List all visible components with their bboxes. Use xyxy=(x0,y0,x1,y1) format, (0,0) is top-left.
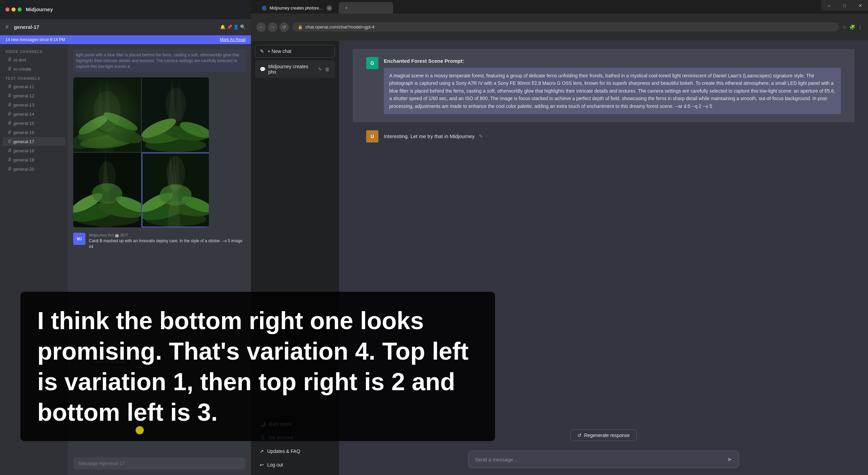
channel-general-20[interactable]: # general-20 xyxy=(3,165,65,173)
messages-area: light panel with a blue filter is placed… xyxy=(68,44,251,452)
channel-general-14[interactable]: # general-14 xyxy=(3,110,65,118)
gpt-avatar: G xyxy=(366,57,378,69)
active-tab[interactable]: 🌀 Midjourney creates photorealis... ✕ xyxy=(256,3,337,14)
window-controls: ─ □ ✕ xyxy=(821,0,868,11)
channel-general-11[interactable]: # general-11 xyxy=(3,82,65,91)
user-message-text: Interesting. Let me try that in Midjourn… xyxy=(384,132,841,140)
tab-close-button[interactable]: ✕ xyxy=(327,5,332,11)
message-item-1: MJ Midjourney Bot 🤖 BOT Cardi B mashed u… xyxy=(73,233,245,249)
forest-image-2 xyxy=(142,77,209,152)
lock-icon: 🔒 xyxy=(298,25,303,30)
hash-icon: # xyxy=(8,83,11,90)
channel-label: general-16 xyxy=(13,130,34,135)
open-in-browser[interactable]: Open in Browser xyxy=(88,357,131,366)
channel-label: general-17 xyxy=(13,139,34,144)
delete-chat-button[interactable]: 🗑 xyxy=(324,66,330,73)
my-account-button[interactable]: 👤 My account xyxy=(255,432,335,444)
regenerate-button[interactable]: ↺ Regenerate response xyxy=(570,430,637,441)
updates-faq-button[interactable]: ↗ Updates & FAQ xyxy=(255,445,335,457)
menu-icon[interactable]: ⋮ xyxy=(858,24,863,30)
sidebar-bottom: 🌙 Dark mode 👤 My account ↗ Updates & FAQ… xyxy=(255,418,335,471)
chat-messages: light panel with a blue filter is placed… xyxy=(68,44,251,475)
highlighted-assistant-text: A magical scene in a mossy temperate for… xyxy=(384,68,841,114)
channel-general-13[interactable]: # general-13 xyxy=(3,100,65,109)
chatgpt-layout: ✎ + New chat 💬 Midjourney creates pho ✎ … xyxy=(251,41,868,475)
channel-label: general-11 xyxy=(13,84,34,89)
max-dot[interactable] xyxy=(18,7,22,12)
chat-history-inner: 💬 Midjourney creates pho xyxy=(260,64,314,75)
moon-icon: 🌙 xyxy=(260,421,265,427)
log-out-button[interactable]: ↩ Log out xyxy=(255,459,335,471)
back-button[interactable]: ← xyxy=(256,22,266,32)
browser-toolbar: ☆ 🧩 ⋮ xyxy=(842,24,863,30)
hash-icon: # xyxy=(8,66,11,72)
channel-general-19[interactable]: # general-19 xyxy=(3,155,65,164)
channel-vc-text[interactable]: # vc-text xyxy=(3,55,65,64)
chat-icon: 💬 xyxy=(260,66,265,72)
discord-titlebar: Midjourney xyxy=(0,0,251,19)
channel-label: vc-text xyxy=(13,57,26,62)
address-bar[interactable]: 🔒 chat.openai.com/chat?model=gpt-4 xyxy=(292,22,839,32)
person-icon: 👤 xyxy=(260,435,265,440)
new-tab-button[interactable]: ＋ xyxy=(339,2,393,14)
discord-content-area: VOICE CHANNELS # vc-text # vc-create TEX… xyxy=(0,44,251,475)
chat-history-item-0[interactable]: 💬 Midjourney creates pho ✎ 🗑 xyxy=(255,60,335,78)
channel-general-17[interactable]: # general-17 xyxy=(3,137,65,146)
new-chat-button[interactable]: ✎ + New chat xyxy=(255,45,335,58)
channel-label: general-19 xyxy=(13,157,34,163)
mark-as-read[interactable]: Mark As Read xyxy=(220,37,245,42)
browser-panel: 🌀 Midjourney creates photorealis... ✕ ＋ … xyxy=(251,0,868,475)
regenerate-bar: ↺ Regenerate response xyxy=(339,427,868,444)
hash-icon: # xyxy=(8,93,11,99)
hash-icon: # xyxy=(8,111,11,117)
browser-chrome: ← → ↺ 🔒 chat.openai.com/chat?model=gpt-4… xyxy=(251,14,868,41)
hash-icon: # xyxy=(8,57,11,63)
logout-icon: ↩ xyxy=(260,462,264,468)
dark-mode-toggle[interactable]: 🌙 Dark mode xyxy=(255,418,335,430)
hash-icon: # xyxy=(8,166,11,172)
chat-input-gpt[interactable]: Send a message... ➤ xyxy=(468,451,739,468)
forest-image-3 xyxy=(73,153,141,227)
forward-button[interactable]: → xyxy=(268,22,277,32)
chat-history-actions: ✎ 🗑 xyxy=(317,66,330,73)
close-dot[interactable] xyxy=(5,7,9,12)
channel-label: general-14 xyxy=(13,112,34,117)
edit-chat-button[interactable]: ✎ xyxy=(317,66,323,73)
reload-button[interactable]: ↺ xyxy=(279,22,289,32)
edit-icon[interactable]: ✎ xyxy=(479,133,483,139)
channel-general-18[interactable]: # general-18 xyxy=(3,146,65,155)
gpt-message-text: Enchanted Forest Scene Prompt: A magical… xyxy=(384,57,841,114)
message-input[interactable] xyxy=(73,457,245,470)
channel-general-15[interactable]: # general-15 xyxy=(3,119,65,128)
link-icon: ↗ xyxy=(260,449,264,454)
channel-label: general-15 xyxy=(13,121,34,126)
hash-icon: # xyxy=(8,102,11,108)
channel-label: general-12 xyxy=(13,93,34,98)
regenerate-label: Regenerate response xyxy=(584,433,630,438)
star-icon[interactable]: ☆ xyxy=(842,24,847,30)
avatar-midjourney: MJ xyxy=(73,233,85,245)
channel-label: general-18 xyxy=(13,148,34,153)
forest-images-container xyxy=(73,77,209,227)
channel-vc-create[interactable]: # vc-create xyxy=(3,64,65,73)
input-placeholder: Send a message... xyxy=(475,457,517,462)
hash-icon: # xyxy=(8,157,11,163)
mouse-cursor xyxy=(136,426,144,434)
maximize-button[interactable]: □ xyxy=(837,0,852,11)
svg-point-29 xyxy=(99,161,116,192)
notification-bar[interactable]: 14 new messages since 6:14 PM Mark As Re… xyxy=(0,35,251,44)
channel-general-12[interactable]: # general-12 xyxy=(3,91,65,100)
plus-icon: ✎ xyxy=(260,49,264,54)
gpt-assistant-message: G Enchanted Forest Scene Prompt: A magic… xyxy=(353,49,854,122)
minimize-button[interactable]: ─ xyxy=(821,0,837,11)
close-button[interactable]: ✕ xyxy=(852,0,868,11)
hash-icon: # xyxy=(8,148,11,154)
message-text: light panel with a blue filter is placed… xyxy=(76,52,243,69)
new-tab-icon: ＋ xyxy=(344,5,349,11)
regenerate-icon: ↺ xyxy=(577,433,581,438)
channel-general-16[interactable]: # general-16 xyxy=(3,128,65,137)
min-dot[interactable] xyxy=(12,7,16,12)
hash-icon: # xyxy=(8,120,11,126)
extensions-icon[interactable]: 🧩 xyxy=(849,24,855,30)
send-button[interactable]: ➤ xyxy=(727,456,732,463)
